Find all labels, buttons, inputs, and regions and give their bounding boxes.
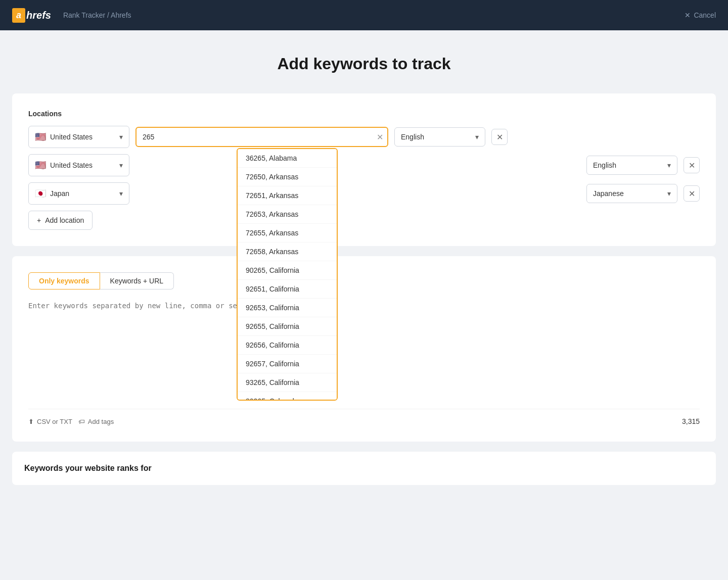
dropdown-item-1[interactable]: 36265, Alabama: [238, 149, 337, 168]
dropdown-item-3[interactable]: 72651, Arkansas: [238, 186, 337, 205]
keywords-bottom-bar: ⬆ CSV or TXT 🏷 Add tags 3,315: [28, 409, 700, 425]
chevron-down-icon-lang-2: ▾: [667, 161, 671, 169]
dropdown-item-2[interactable]: 72650, Arkansas: [238, 168, 337, 186]
csv-txt-label: CSV or TXT: [37, 418, 72, 425]
tab-keywords-url[interactable]: Keywords + URL: [100, 272, 174, 289]
dropdown-item-4[interactable]: 72653, Arkansas: [238, 205, 337, 224]
flag-icon-1: 🇺🇸: [35, 131, 46, 142]
remove-row-3-button[interactable]: ✕: [684, 185, 700, 202]
language-name-1: English: [401, 133, 471, 141]
breadcrumb: Rank Tracker / Ahrefs: [63, 11, 131, 19]
dropdown-item-11[interactable]: 92656, California: [238, 336, 337, 355]
location-search-container-1: ✕ 36265, Alabama 72650, Arkansas 72651, …: [135, 127, 388, 147]
dropdown-item-12[interactable]: 92657, California: [238, 355, 337, 373]
language-name-2: English: [593, 161, 663, 169]
dropdown-item-14[interactable]: 80265, Colorado: [238, 392, 337, 401]
add-tags-action[interactable]: 🏷 Add tags: [78, 418, 114, 425]
keywords-ranks-title: Keywords your website ranks for: [24, 464, 704, 473]
keywords-count: 3,315: [682, 417, 700, 425]
logo-text: hrefs: [26, 10, 51, 21]
country-select-3[interactable]: 🇯🇵 Japan ▾: [28, 182, 129, 205]
locations-card: Locations 🇺🇸 United States ▾ ✕ 36265, Al…: [12, 93, 716, 246]
locations-label: Locations: [28, 110, 700, 118]
country-name-3: Japan: [50, 189, 115, 198]
close-icon: ✕: [685, 11, 691, 19]
main-content: Add keywords to track Locations 🇺🇸 Unite…: [0, 30, 728, 497]
country-name-1: United States: [50, 133, 115, 141]
cancel-label: Cancel: [694, 11, 716, 19]
keywords-tabs: Only keywords Keywords + URL: [28, 272, 700, 289]
chevron-down-icon-lang-1: ▾: [475, 133, 479, 141]
cancel-button[interactable]: ✕ Cancel: [685, 11, 716, 19]
bottom-actions: ⬆ CSV or TXT 🏷 Add tags: [28, 418, 114, 425]
add-location-button[interactable]: + Add location: [28, 211, 93, 230]
dropdown-item-7[interactable]: 90265, California: [238, 261, 337, 280]
clear-search-icon-1[interactable]: ✕: [377, 132, 383, 142]
keywords-ranks-section: Keywords your website ranks for: [12, 452, 716, 485]
chevron-down-icon-lang-3: ▾: [667, 189, 671, 198]
keywords-textarea[interactable]: [28, 298, 700, 399]
flag-icon-3: 🇯🇵: [35, 188, 46, 199]
language-select-1[interactable]: English ▾: [394, 127, 485, 147]
chevron-down-icon-1: ▾: [119, 133, 123, 141]
logo: a hrefs: [12, 8, 51, 23]
dropdown-item-5[interactable]: 72655, Arkansas: [238, 224, 337, 243]
language-select-2[interactable]: English ▾: [586, 156, 677, 175]
chevron-down-icon-2: ▾: [119, 161, 123, 169]
country-select-1[interactable]: 🇺🇸 United States ▾: [28, 126, 129, 148]
remove-row-2-button[interactable]: ✕: [684, 157, 700, 173]
dropdown-item-8[interactable]: 92651, California: [238, 280, 337, 299]
header-left: a hrefs Rank Tracker / Ahrefs: [12, 8, 131, 23]
add-tags-label: Add tags: [88, 418, 114, 425]
upload-icon: ⬆: [28, 418, 34, 425]
tag-icon: 🏷: [78, 418, 85, 425]
flag-icon-2: 🇺🇸: [35, 160, 46, 171]
tab-only-keywords[interactable]: Only keywords: [28, 272, 100, 289]
keywords-card: Only keywords Keywords + URL ⬆ CSV or TX…: [12, 256, 716, 442]
plus-icon: +: [37, 216, 41, 224]
app-header: a hrefs Rank Tracker / Ahrefs ✕ Cancel: [0, 0, 728, 30]
add-location-label: Add location: [45, 216, 84, 224]
page-title: Add keywords to track: [12, 55, 716, 73]
location-row-1: 🇺🇸 United States ▾ ✕ 36265, Alabama 7265…: [28, 126, 700, 148]
dropdown-item-6[interactable]: 72658, Arkansas: [238, 243, 337, 261]
dropdown-item-13[interactable]: 93265, California: [238, 373, 337, 392]
dropdown-item-10[interactable]: 92655, California: [238, 317, 337, 336]
location-row-2: 🇺🇸 United States ▾ English ▾ ✕: [28, 154, 700, 176]
remove-row-1-button[interactable]: ✕: [491, 129, 508, 145]
location-dropdown: 36265, Alabama 72650, Arkansas 72651, Ar…: [237, 148, 338, 401]
country-name-2: United States: [50, 161, 115, 169]
country-select-2[interactable]: 🇺🇸 United States ▾: [28, 154, 129, 176]
chevron-down-icon-3: ▾: [119, 189, 123, 198]
language-select-3[interactable]: Japanese ▾: [586, 184, 677, 203]
language-name-3: Japanese: [593, 189, 663, 198]
csv-txt-action[interactable]: ⬆ CSV or TXT: [28, 418, 72, 425]
dropdown-item-9[interactable]: 92653, California: [238, 299, 337, 317]
logo-icon: a: [12, 8, 25, 23]
location-row-3: 🇯🇵 Japan ▾ Japanese ▾ ✕: [28, 182, 700, 205]
location-search-input-1[interactable]: [135, 127, 388, 147]
